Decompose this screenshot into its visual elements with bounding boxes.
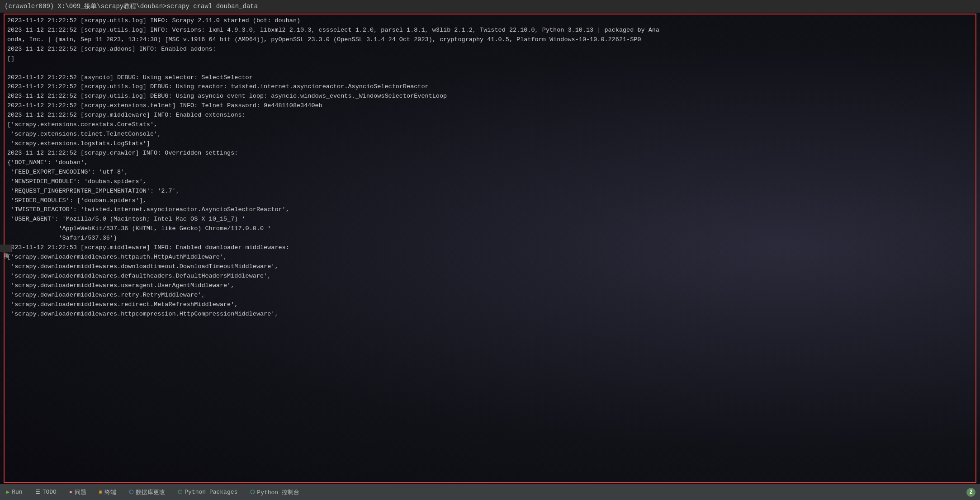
- python-pkg-label: Python Packages: [185, 489, 237, 495]
- terminal-label: 终端: [104, 488, 116, 496]
- todo-button[interactable]: ☰ TODO: [29, 484, 63, 500]
- problems-icon: ●: [69, 489, 72, 495]
- left-panel-tab[interactable]: 接单: [0, 245, 12, 252]
- terminal-wrapper: 接单 2023-11-12 21:22:52 [scrapy.utils.log…: [0, 13, 980, 484]
- run-button[interactable]: ▶ Run: [0, 484, 29, 500]
- status-bar: ▶ Run ☰ TODO ● 问题 ▣ 终端 ⬡ 数据库更改 ⬡ Python …: [0, 484, 980, 500]
- database-button[interactable]: ⬡ 数据库更改: [123, 484, 171, 500]
- status-right: 2: [966, 488, 980, 497]
- terminal-output[interactable]: 2023-11-12 21:22:52 [scrapy.utils.log] I…: [0, 13, 980, 484]
- event-badge: 2: [966, 488, 975, 497]
- title-bar: (crawoler009) X:\009_接单\scrapy教程\douban>…: [0, 0, 980, 13]
- todo-icon: ☰: [35, 489, 40, 495]
- run-icon: ▶: [6, 489, 9, 495]
- python-packages-button[interactable]: ⬡ Python Packages: [171, 484, 244, 500]
- database-icon: ⬡: [129, 489, 133, 495]
- terminal-button[interactable]: ▣ 终端: [93, 484, 123, 500]
- terminal-text: 2023-11-12 21:22:52 [scrapy.utils.log] I…: [7, 16, 973, 319]
- terminal-icon: ▣: [99, 489, 102, 495]
- python-console-button[interactable]: ⬡ Python 控制台: [244, 484, 306, 500]
- problems-label: 问题: [75, 488, 86, 496]
- python-pkg-icon: ⬡: [178, 489, 182, 495]
- python-console-icon: ⬡: [250, 489, 255, 495]
- problems-button[interactable]: ● 问题: [63, 484, 93, 500]
- database-label: 数据库更改: [136, 488, 165, 496]
- title-text: (crawoler009) X:\009_接单\scrapy教程\douban>…: [5, 2, 258, 10]
- python-console-label: Python 控制台: [257, 488, 299, 496]
- todo-label: TODO: [43, 489, 57, 495]
- run-label: Run: [12, 489, 22, 495]
